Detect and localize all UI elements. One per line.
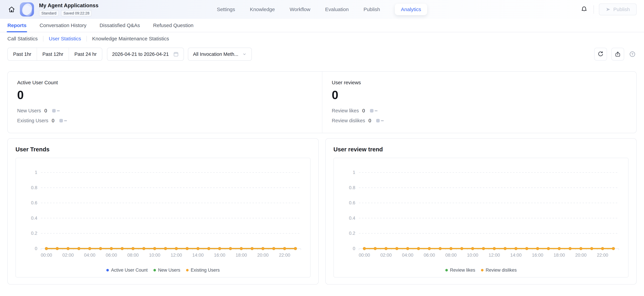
quick-range-past-1hr[interactable]: Past 1hr xyxy=(8,48,37,60)
invocation-method-value: All Invocation Meth... xyxy=(193,52,238,57)
header-divider xyxy=(594,5,594,14)
help-button[interactable]: ? xyxy=(628,50,636,58)
legend-item[interactable]: Existing Users xyxy=(186,268,220,273)
svg-text:18:00: 18:00 xyxy=(236,252,247,258)
date-range-picker[interactable]: 2026-04-21 to 2026-04-21 xyxy=(107,48,184,61)
legend-item[interactable]: New Users xyxy=(154,268,180,273)
stat-value: 0 xyxy=(368,118,371,124)
trend-dash xyxy=(64,120,67,121)
nav-item-settings[interactable]: Settings xyxy=(217,6,235,12)
legend-label: Review likes xyxy=(450,268,475,273)
svg-text:02:00: 02:00 xyxy=(380,252,392,258)
trend-marker xyxy=(376,119,380,122)
chevron-down-icon xyxy=(242,52,247,56)
report-subtabs: Call Statistics User Statistics Knowledg… xyxy=(0,32,644,45)
calendar-icon xyxy=(173,51,179,57)
subtab-knowledge-maintenance-statistics[interactable]: Knowledge Maintenance Statistics xyxy=(92,36,169,42)
bell-icon xyxy=(580,6,588,13)
legend-label: Active User Count xyxy=(111,268,148,273)
saved-status-badge: Saved 09:22:28 xyxy=(61,10,92,16)
chart-panel: 00.20.40.60.8100:0002:0004:0006:0008:001… xyxy=(16,158,310,278)
summary-card: Active User Count 0 New Users 0 Existing… xyxy=(8,71,636,133)
legend-dot-icon xyxy=(186,269,188,272)
filter-bar: Past 1hr Past 12hr Past 24 hr 2026-04-21… xyxy=(0,46,644,62)
legend-dot-icon xyxy=(106,269,109,272)
subtab-divider xyxy=(86,36,87,42)
tab-conversation-history[interactable]: Conversation History xyxy=(40,19,86,32)
svg-text:16:00: 16:00 xyxy=(532,252,543,258)
trend-marker xyxy=(60,119,63,122)
stat-row-new-users: New Users 0 xyxy=(17,108,312,114)
svg-text:1: 1 xyxy=(353,170,355,175)
tab-refused-question[interactable]: Refused Question xyxy=(153,19,194,32)
help-glyph: ? xyxy=(632,52,634,56)
home-button[interactable] xyxy=(8,5,16,14)
svg-text:0.8: 0.8 xyxy=(31,185,37,190)
svg-text:0.2: 0.2 xyxy=(349,231,355,236)
trend-marker xyxy=(52,109,56,112)
quick-range-past-12hr[interactable]: Past 12hr xyxy=(37,48,69,60)
tab-reports[interactable]: Reports xyxy=(8,19,26,32)
quick-range-group: Past 1hr Past 12hr Past 24 hr xyxy=(8,48,102,61)
stat-label: Existing Users xyxy=(17,118,48,124)
trend-dash xyxy=(381,120,384,121)
svg-text:0.6: 0.6 xyxy=(31,200,37,205)
date-range-value: 2026-04-21 to 2026-04-21 xyxy=(112,52,169,57)
legend-item[interactable]: Review likes xyxy=(445,268,475,273)
nav-item-analytics[interactable]: Analytics xyxy=(395,4,427,15)
svg-text:04:00: 04:00 xyxy=(84,252,96,258)
svg-text:10:00: 10:00 xyxy=(467,252,478,258)
refresh-button[interactable] xyxy=(594,48,607,60)
svg-text:06:00: 06:00 xyxy=(424,252,435,258)
svg-text:10:00: 10:00 xyxy=(149,252,160,258)
nav-item-evaluation[interactable]: Evaluation xyxy=(325,6,349,12)
publish-button[interactable]: Publish xyxy=(599,4,636,15)
chart-title: User Trends xyxy=(16,146,310,153)
stat-value: 0 xyxy=(362,108,365,114)
user-trends-chart-card: User Trends 00.20.40.60.8100:0002:0004:0… xyxy=(8,138,319,284)
svg-text:20:00: 20:00 xyxy=(575,252,586,258)
stat-row-existing-users: Existing Users 0 xyxy=(17,118,312,124)
svg-text:0: 0 xyxy=(353,246,355,251)
main-nav: Settings Knowledge Workflow Evaluation P… xyxy=(217,4,427,15)
stat-label: Review likes xyxy=(332,108,359,114)
invocation-method-select[interactable]: All Invocation Meth... xyxy=(188,48,252,61)
svg-text:12:00: 12:00 xyxy=(488,252,500,258)
legend-item[interactable]: Active User Count xyxy=(106,268,148,273)
svg-text:22:00: 22:00 xyxy=(597,252,608,258)
app-title-block: My Agent Applicationss Standard Saved 09… xyxy=(39,2,98,16)
user-review-trend-chart-card: User review trend 00.20.40.60.8100:0002:… xyxy=(325,138,636,284)
svg-text:1: 1 xyxy=(35,170,37,175)
legend-item[interactable]: Review dislikes xyxy=(481,268,517,273)
svg-text:14:00: 14:00 xyxy=(510,252,522,258)
stats-value: 0 xyxy=(17,89,312,101)
nav-item-knowledge[interactable]: Knowledge xyxy=(250,6,275,12)
nav-item-workflow[interactable]: Workflow xyxy=(290,6,310,12)
header-right: Publish xyxy=(580,4,636,15)
stat-row-review-dislikes: Review dislikes 0 xyxy=(332,118,627,124)
legend-label: Review dislikes xyxy=(486,268,517,273)
stat-value: 0 xyxy=(52,118,54,124)
tab-dissatisfied-qas[interactable]: Dissatisfied Q&As xyxy=(100,19,140,32)
app-title: My Agent Applicationss xyxy=(39,2,98,8)
quick-range-past-24hr[interactable]: Past 24 hr xyxy=(69,48,102,60)
svg-text:08:00: 08:00 xyxy=(127,252,138,258)
stat-label: New Users xyxy=(17,108,41,114)
notifications-button[interactable] xyxy=(580,5,588,14)
subtab-call-statistics[interactable]: Call Statistics xyxy=(8,36,38,42)
plan-badge: Standard xyxy=(39,10,59,16)
nav-item-publish[interactable]: Publish xyxy=(364,6,380,12)
refresh-icon xyxy=(598,51,604,57)
svg-text:12:00: 12:00 xyxy=(170,252,182,258)
export-button[interactable] xyxy=(611,48,624,60)
trend-dash xyxy=(57,110,60,111)
active-user-count-section: Active User Count 0 New Users 0 Existing… xyxy=(8,72,322,133)
section-tabs: Reports Conversation History Dissatisfie… xyxy=(0,19,644,32)
subtab-user-statistics[interactable]: User Statistics xyxy=(49,36,81,42)
home-icon xyxy=(8,6,16,13)
stats-title: User reviews xyxy=(332,80,627,86)
svg-text:16:00: 16:00 xyxy=(214,252,225,258)
stats-title: Active User Count xyxy=(17,80,312,86)
legend-dot-icon xyxy=(481,269,484,272)
svg-text:0.4: 0.4 xyxy=(31,216,37,221)
